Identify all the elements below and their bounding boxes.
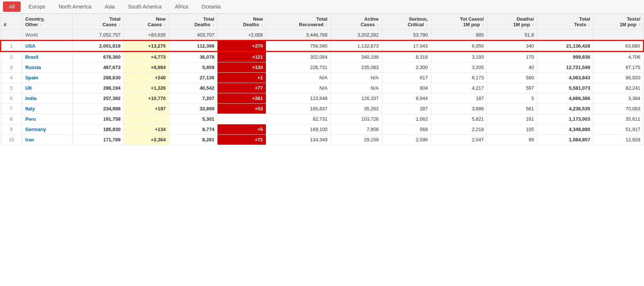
col-header-total-recovered[interactable]: TotalRecovered ↕: [266, 14, 331, 30]
tab-south-america[interactable]: South America: [121, 1, 168, 13]
col-header-deaths-1m[interactable]: Deaths/1M pop ↕: [487, 14, 537, 30]
table-row: 2Brazil678,360+4,77336,078+121302,084340…: [1, 52, 644, 62]
tab-africa[interactable]: Africa: [168, 1, 195, 13]
cell-india-9: 187: [431, 93, 487, 104]
cell-brazil-11: 999,836: [537, 52, 593, 62]
cell-peru-9: 5,821: [431, 114, 487, 124]
cell-iran-5: +72: [217, 135, 266, 145]
country-link-uk[interactable]: UK: [25, 85, 32, 91]
col-header-total-cases[interactable]: TotalCases ↕: [72, 14, 124, 30]
cell-spain-5: +1: [217, 73, 266, 83]
tab-north-america[interactable]: North America: [52, 1, 98, 13]
cell-spain-3: +240: [124, 73, 169, 83]
covid-table: #Country,Other ↕TotalCases ↕NewCases ↕To…: [0, 14, 644, 145]
cell-spain-11: 4,063,843: [537, 73, 593, 83]
cell-iran-0: 10: [1, 135, 22, 145]
country-link-india[interactable]: India: [25, 96, 36, 101]
cell-spain-1[interactable]: Spain: [22, 73, 72, 83]
cell-iran-1[interactable]: Iran: [22, 135, 72, 145]
country-link-russia[interactable]: Russia: [25, 65, 41, 70]
cell-iran-2: 171,789: [72, 135, 124, 145]
cell-brazil-3: +4,773: [124, 52, 169, 62]
sort-icon: ↕: [40, 23, 42, 27]
cell-spain-4: 27,136: [169, 73, 217, 83]
cell-germany-6: 169,100: [266, 124, 331, 135]
cell-brazil-8: 8,318: [382, 52, 431, 62]
col-header-serious[interactable]: Serious,Critical ↕: [382, 14, 431, 30]
cell-peru-1[interactable]: Peru: [22, 114, 72, 124]
cell-peru-5: [217, 114, 266, 124]
cell-peru-11: 1,173,003: [537, 114, 593, 124]
cell-uk-4: 40,542: [169, 83, 217, 93]
table-row: 8Peru191,7585,30182,731103,7261,0625,821…: [1, 114, 644, 124]
cell-italy-2: 234,998: [72, 104, 124, 114]
cell-usa-11: 21,136,428: [537, 41, 593, 52]
cell-russia-3: +8,984: [124, 62, 169, 73]
cell-spain-9: 6,173: [431, 73, 487, 83]
table-row: 9Germany185,830+1348,774+5169,1007,95656…: [1, 124, 644, 135]
col-header-active-cases[interactable]: ActiveCases ↕: [330, 14, 382, 30]
cell-brazil-2: 678,360: [72, 52, 124, 62]
cell-usa-0: 1: [1, 41, 22, 52]
col-header-new-cases[interactable]: NewCases ↕: [124, 14, 169, 30]
country-link-italy[interactable]: Italy: [25, 106, 35, 111]
cell-russia-2: 467,673: [72, 62, 124, 73]
country-link-brazil[interactable]: Brazil: [25, 54, 38, 60]
col-header-tests-1m[interactable]: Tests/1M pop ↕: [593, 14, 644, 30]
cell-usa-12: 63,880: [593, 41, 644, 52]
cell-spain-8: 617: [382, 73, 431, 83]
cell-uk-0: 5: [1, 83, 22, 93]
cell-russia-4: 5,859: [169, 62, 217, 73]
tab-bar: AllEuropeNorth AmericaAsiaSouth AmericaA…: [0, 0, 644, 14]
col-header-country[interactable]: Country,Other ↕: [22, 14, 72, 30]
cell-italy-0: 7: [1, 104, 22, 114]
cell-uk-1[interactable]: UK: [22, 83, 72, 93]
cell-germany-10: 105: [487, 124, 537, 135]
cell-iran-11: 1,084,857: [537, 135, 593, 145]
country-link-spain[interactable]: Spain: [25, 75, 38, 80]
country-link-usa[interactable]: USA: [25, 43, 35, 49]
cell-iran-12: 12,928: [593, 135, 644, 145]
cell-brazil-1[interactable]: Brazil: [22, 52, 72, 62]
world-cell-7: 3,202,282: [330, 30, 382, 41]
country-link-iran[interactable]: Iran: [25, 137, 34, 142]
cell-germany-9: 2,218: [431, 124, 487, 135]
cell-italy-6: 165,837: [266, 104, 331, 114]
cell-germany-3: +134: [124, 124, 169, 135]
cell-uk-12: 82,241: [593, 83, 644, 93]
col-header-tot-cases-1m[interactable]: Tot Cases/1M pop ↕: [431, 14, 487, 30]
cell-usa-10: 340: [487, 41, 537, 52]
table-row: 5UK286,194+1,32640,542+77N/AN/A6044,2175…: [1, 83, 644, 93]
cell-brazil-6: 302,084: [266, 52, 331, 62]
tab-all[interactable]: All: [3, 1, 21, 12]
world-cell-4: 403,707: [169, 30, 217, 41]
cell-uk-8: 604: [382, 83, 431, 93]
tab-europe[interactable]: Europe: [22, 1, 52, 13]
cell-brazil-0: 2: [1, 52, 22, 62]
col-header-total-tests[interactable]: TotalTests ↕: [537, 14, 593, 30]
table-wrap: #Country,Other ↕TotalCases ↕NewCases ↕To…: [0, 14, 644, 145]
cell-india-12: 3,384: [593, 93, 644, 104]
country-link-peru[interactable]: Peru: [25, 116, 36, 122]
cell-usa-3: +13,275: [124, 41, 169, 52]
tab-oceania[interactable]: Oceania: [195, 1, 227, 13]
world-cell-0: [1, 30, 22, 41]
cell-india-1[interactable]: India: [22, 93, 72, 104]
world-row: World7,052,757+83,635403,707+2,0083,446,…: [1, 30, 644, 41]
cell-usa-1[interactable]: USA: [22, 41, 72, 52]
table-row: 3Russia467,673+8,9845,859+134226,731235,…: [1, 62, 644, 73]
cell-peru-8: 1,062: [382, 114, 431, 124]
cell-italy-1[interactable]: Italy: [22, 104, 72, 114]
tab-asia[interactable]: Asia: [98, 1, 121, 13]
cell-iran-3: +2,364: [124, 135, 169, 145]
cell-peru-7: 103,726: [330, 114, 382, 124]
cell-italy-12: 70,063: [593, 104, 644, 114]
cell-russia-10: 40: [487, 62, 537, 73]
col-header-total-deaths[interactable]: TotalDeaths ↕: [169, 14, 217, 30]
header-row: #Country,Other ↕TotalCases ↕NewCases ↕To…: [1, 14, 644, 30]
cell-germany-1[interactable]: Germany: [22, 124, 72, 135]
col-header-new-deaths[interactable]: NewDeaths ↕: [217, 14, 266, 30]
cell-italy-11: 4,236,535: [537, 104, 593, 114]
country-link-germany[interactable]: Germany: [25, 127, 46, 132]
cell-russia-1[interactable]: Russia: [22, 62, 72, 73]
